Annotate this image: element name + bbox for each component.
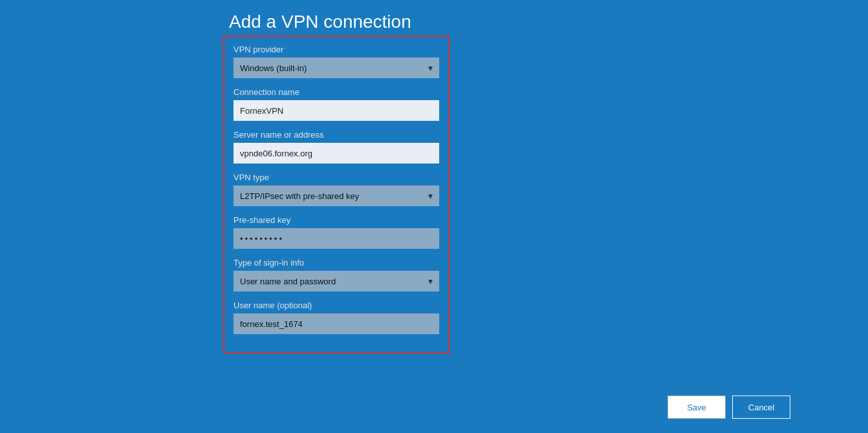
vpn-provider-select-wrapper: Windows (built-in) — [233, 58, 439, 78]
sign-in-info-label: Type of sign-in info — [233, 258, 439, 268]
username-label: User name (optional) — [233, 301, 439, 310]
buttons-area: Save Cancel — [667, 396, 790, 419]
vpn-provider-select[interactable]: Windows (built-in) — [233, 58, 439, 78]
pre-shared-key-label: Pre-shared key — [233, 215, 439, 225]
page-title: Add a VPN connection — [229, 12, 411, 32]
sign-in-info-select[interactable]: User name and password Certificate Smart… — [233, 271, 439, 291]
server-name-input[interactable] — [233, 143, 439, 164]
sign-in-info-group: Type of sign-in info User name and passw… — [233, 258, 439, 291]
vpn-provider-group: VPN provider Windows (built-in) — [233, 45, 439, 78]
save-button[interactable]: Save — [667, 396, 726, 419]
vpn-provider-label: VPN provider — [233, 45, 439, 54]
pre-shared-key-group: Pre-shared key — [233, 215, 439, 249]
server-name-label: Server name or address — [233, 130, 439, 140]
vpn-type-select-wrapper: L2TP/IPsec with pre-shared key Automatic… — [233, 185, 439, 206]
username-group: User name (optional) — [233, 301, 439, 334]
pre-shared-key-input[interactable] — [233, 228, 439, 249]
username-input[interactable] — [233, 313, 439, 334]
vpn-type-group: VPN type L2TP/IPsec with pre-shared key … — [233, 173, 439, 206]
server-name-group: Server name or address — [233, 130, 439, 164]
cancel-button[interactable]: Cancel — [732, 396, 790, 419]
vpn-form: VPN provider Windows (built-in) Connecti… — [223, 36, 450, 354]
vpn-type-select[interactable]: L2TP/IPsec with pre-shared key Automatic… — [233, 185, 439, 206]
connection-name-input[interactable] — [233, 100, 439, 121]
vpn-type-label: VPN type — [233, 173, 439, 182]
connection-name-group: Connection name — [233, 87, 439, 121]
connection-name-label: Connection name — [233, 87, 439, 97]
sign-in-info-select-wrapper: User name and password Certificate Smart… — [233, 271, 439, 291]
